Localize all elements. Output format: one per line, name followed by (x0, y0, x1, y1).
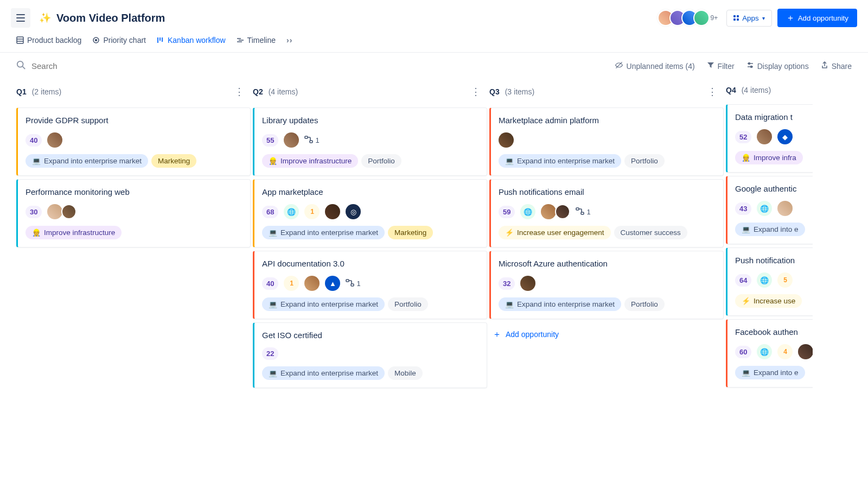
tag-infra: 👷Improve infrastructure (262, 154, 358, 168)
column-count: (2 items) (32, 87, 61, 96)
score-badge: 64 (735, 274, 751, 287)
card-api[interactable]: API documentation 3.0 40 1 ▲ 1 💻Expand i… (253, 251, 487, 319)
card-push[interactable]: Push notifications email 59 🌐 1 ⚡Increas… (489, 179, 724, 248)
globe-icon: 🌐 (284, 204, 299, 219)
card-iso[interactable]: Get ISO certified 22 💻Expand into enterp… (253, 322, 487, 388)
score-badge: 40 (25, 134, 42, 147)
avatar (777, 201, 793, 216)
column-menu-button[interactable]: ⋮ (707, 86, 724, 98)
card-push-mobile[interactable]: Push notification 64 🌐 5 ⚡Increase use (726, 248, 813, 316)
column-q4: Q4 (4 items) Data migration t 52 ◆ 👷Impr… (726, 79, 813, 391)
add-opportunity-link[interactable]: ＋ Add opportunity (489, 322, 724, 346)
tag-enterprise: 💻Expand into enterprise market (262, 226, 385, 239)
score-badge: 60 (735, 346, 751, 358)
tag-marketing: Marketing (388, 226, 433, 239)
score-badge: 40 (262, 277, 278, 290)
card-title: Push notifications email (499, 187, 716, 196)
page-title: Voom Video Platform (56, 12, 165, 24)
card-data-migration[interactable]: Data migration t 52 ◆ 👷Improve infra (726, 104, 813, 173)
column-count: (4 items) (269, 87, 298, 96)
card-perf[interactable]: Performance monitoring web 30 👷Improve i… (16, 179, 251, 248)
hamburger-icon (16, 14, 25, 22)
display-options-button[interactable]: Display options (746, 61, 809, 71)
azure-icon: ▲ (325, 276, 340, 291)
search-field[interactable] (16, 60, 615, 72)
column-menu-button[interactable]: ⋮ (471, 86, 487, 98)
tag-enterprise: 💻Expand into e (735, 366, 805, 379)
tag-enterprise: 💻Expand into enterprise market (499, 154, 621, 168)
avatar (47, 204, 62, 219)
tab-timeline[interactable]: Timeline (237, 34, 276, 47)
tab-product-backlog[interactable]: Product backlog (16, 34, 81, 47)
avatar (541, 204, 556, 219)
tag-customer: Customer success (614, 226, 687, 239)
avatar (499, 132, 514, 148)
tag-enterprise: 💻Expand into enterprise market (25, 154, 148, 168)
count-badge: 4 (777, 344, 793, 359)
column-q2: Q2 (4 items) ⋮ Library updates 55 1 👷Imp… (253, 79, 487, 391)
diamond-icon: ◆ (777, 129, 793, 144)
svg-rect-22 (576, 208, 579, 210)
avatar (61, 204, 76, 219)
search-input[interactable] (31, 61, 615, 71)
tab-priority-chart[interactable]: Priority chart (92, 34, 146, 47)
card-title: Library updates (262, 116, 479, 125)
card-facebook-auth[interactable]: Facebook authen 60 🌐 4 💻Expand into e (726, 319, 813, 388)
score-badge: 55 (262, 134, 278, 147)
globe-icon: 🌐 (757, 272, 772, 288)
column-menu-button[interactable]: ⋮ (234, 86, 251, 98)
card-title: Facebook authen (735, 327, 813, 337)
score-badge: 59 (499, 206, 515, 218)
card-google-auth[interactable]: Google authentic 43 🌐 💻Expand into e (726, 176, 813, 244)
add-opportunity-button[interactable]: ＋ Add opportunity (777, 9, 857, 27)
collaborator-avatars[interactable]: 9+ (658, 10, 722, 26)
column-q3: Q3 (3 items) ⋮ Marketplace admin platfor… (489, 79, 724, 391)
avatar (304, 276, 320, 291)
card-title: Provide GDPR support (25, 116, 242, 125)
column-title: Q2 (253, 87, 263, 96)
card-title: Data migration t (735, 112, 813, 122)
tag-enterprise: 💻Expand into enterprise market (262, 366, 385, 380)
tab-kanban-workflow[interactable]: Kanban workflow (157, 34, 226, 47)
avatar (757, 129, 772, 144)
share-button[interactable]: Share (821, 61, 852, 71)
tag-portfolio: Portfolio (388, 297, 428, 311)
unplanned-items-button[interactable]: Unplanned items (4) (615, 61, 695, 71)
apps-button[interactable]: Apps ▾ (726, 10, 771, 27)
svg-rect-0 (17, 37, 23, 43)
svg-point-11 (17, 61, 23, 67)
filter-icon (707, 61, 714, 71)
tag-marketing: Marketing (151, 154, 196, 168)
avatar (555, 204, 570, 219)
card-appm[interactable]: App marketplace 68 🌐 1 ◎ 💻Expand into en… (253, 179, 487, 248)
card-gdpr[interactable]: Provide GDPR support 40 💻Expand into ent… (16, 107, 251, 176)
backlog-icon (16, 36, 24, 44)
add-button-label: Add opportunity (798, 14, 848, 22)
avatar (798, 344, 813, 359)
more-tabs-button[interactable]: ›› (286, 36, 292, 45)
tag-enterprise: 💻Expand into enterprise market (262, 297, 385, 311)
svg-rect-19 (310, 141, 312, 143)
filter-button[interactable]: Filter (707, 61, 735, 71)
card-title: App marketplace (262, 187, 479, 196)
svg-rect-23 (581, 212, 584, 214)
card-mkt[interactable]: Marketplace admin platform 💻Expand into … (489, 107, 724, 176)
card-title: Google authentic (735, 184, 813, 193)
count-badge: 1 (304, 204, 320, 219)
menu-toggle[interactable] (11, 8, 30, 28)
child-count: 1 (304, 136, 319, 145)
kanban-board: Q1 (2 items) ⋮ Provide GDPR support 40 💻… (0, 79, 868, 413)
avatar (520, 276, 535, 291)
card-title: Get ISO certified (262, 331, 479, 340)
card-azure[interactable]: Microsoft Azure authentication 32 💻Expan… (489, 251, 724, 319)
count-badge: 1 (284, 276, 299, 291)
sliders-icon (746, 61, 754, 71)
score-badge: 68 (262, 206, 278, 218)
dark-badge-icon: ◎ (346, 204, 361, 219)
svg-rect-18 (305, 136, 308, 138)
sparkle-icon: ✨ (39, 12, 51, 24)
card-lib[interactable]: Library updates 55 1 👷Improve infrastruc… (253, 107, 487, 176)
column-title: Q1 (16, 87, 27, 96)
column-title: Q4 (726, 86, 736, 94)
column-q1: Q1 (2 items) ⋮ Provide GDPR support 40 💻… (16, 79, 251, 391)
